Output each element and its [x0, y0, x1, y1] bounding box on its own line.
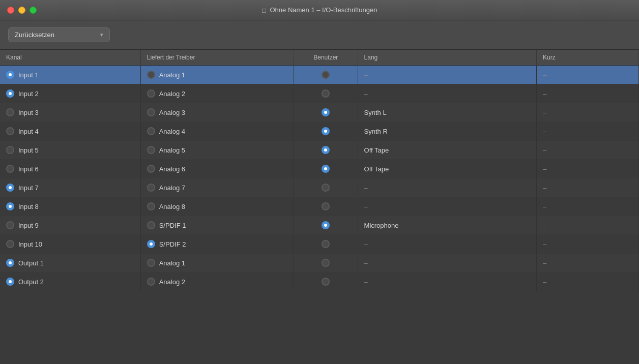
benutzer-radio[interactable]	[322, 165, 330, 173]
kanal-radio[interactable]	[6, 278, 14, 286]
kurz-cell: –	[537, 197, 639, 216]
liefert-radio[interactable]	[147, 240, 155, 248]
benutzer-radio[interactable]	[322, 108, 330, 116]
lang-value: Synth L	[364, 109, 387, 116]
kurz-cell: –	[537, 103, 639, 122]
benutzer-radio[interactable]	[322, 127, 330, 135]
table-row[interactable]: Input 3Analog 3Synth L–	[0, 103, 639, 122]
liefert-radio[interactable]	[147, 259, 155, 267]
table-row[interactable]: Input 6Analog 6Off Tape–	[0, 160, 639, 178]
col-header-kurz: Kurz	[537, 50, 639, 66]
col-header-lang: Lang	[358, 50, 537, 66]
liefert-cell: S/PDIF 1	[140, 216, 294, 235]
liefert-radio[interactable]	[147, 221, 155, 229]
toolbar: Zurücksetzen ▾	[0, 20, 639, 50]
benutzer-radio[interactable]	[322, 146, 330, 154]
kanal-cell: Input 10	[0, 235, 140, 254]
lang-value: –	[364, 259, 368, 267]
benutzer-radio[interactable]	[322, 240, 330, 248]
kanal-radio[interactable]	[6, 71, 14, 79]
col-header-liefert: Liefert der Treiber	[140, 50, 294, 66]
liefert-radio[interactable]	[147, 165, 155, 173]
liefert-radio[interactable]	[147, 202, 155, 210]
kanal-radio[interactable]	[6, 165, 14, 173]
kurz-cell: –	[537, 216, 639, 235]
kanal-cell: Input 7	[0, 178, 140, 197]
liefert-cell: Analog 7	[140, 178, 294, 197]
window-title-group: ◻ Ohne Namen 1 – I/O-Beschriftungen	[262, 6, 377, 14]
traffic-lights	[7, 7, 37, 14]
table-row[interactable]: Input 1Analog 1––	[0, 66, 639, 84]
liefert-radio[interactable]	[147, 278, 155, 286]
kanal-label: Input 3	[18, 109, 39, 116]
liefert-radio[interactable]	[147, 146, 155, 154]
close-button[interactable]	[7, 7, 14, 14]
kanal-cell: Input 1	[0, 66, 140, 84]
reset-dropdown[interactable]: Zurücksetzen ▾	[8, 27, 110, 42]
benutzer-radio[interactable]	[322, 89, 330, 98]
liefert-cell: S/PDIF 2	[140, 235, 294, 254]
liefert-radio[interactable]	[147, 108, 155, 116]
benutzer-cell	[294, 254, 358, 272]
benutzer-radio[interactable]	[322, 184, 330, 192]
kurz-cell: –	[537, 178, 639, 197]
liefert-radio[interactable]	[147, 89, 155, 98]
table-row[interactable]: Input 4Analog 4Synth R–	[0, 122, 639, 141]
lang-cell: Off Tape	[358, 160, 537, 178]
table-row[interactable]: Input 7Analog 7––	[0, 178, 639, 197]
minimize-button[interactable]	[18, 7, 25, 14]
table-row[interactable]: Output 2Analog 2––	[0, 272, 639, 291]
kanal-label: Output 2	[18, 278, 44, 286]
kurz-cell: –	[537, 141, 639, 160]
liefert-radio[interactable]	[147, 184, 155, 192]
kanal-radio[interactable]	[6, 89, 14, 98]
col-header-kanal: Kanal	[0, 50, 140, 66]
kanal-radio[interactable]	[6, 108, 14, 116]
kanal-label: Input 7	[18, 184, 39, 192]
kurz-value: –	[543, 259, 546, 267]
table-row[interactable]: Input 2Analog 2––	[0, 84, 639, 103]
kanal-radio[interactable]	[6, 221, 14, 229]
kanal-radio[interactable]	[6, 202, 14, 210]
table-row[interactable]: Output 1Analog 1––	[0, 254, 639, 272]
liefert-label: S/PDIF 2	[159, 240, 186, 248]
liefert-label: Analog 1	[159, 259, 185, 267]
liefert-label: S/PDIF 1	[159, 222, 186, 229]
kurz-value: –	[543, 278, 546, 286]
table-row[interactable]: Input 10S/PDIF 2––	[0, 235, 639, 254]
kurz-cell: –	[537, 84, 639, 103]
kanal-label: Input 5	[18, 146, 39, 154]
liefert-label: Analog 4	[159, 128, 185, 135]
table-row[interactable]: Input 9S/PDIF 1Microphone–	[0, 216, 639, 235]
lang-cell: –	[358, 254, 537, 272]
liefert-cell: Analog 4	[140, 122, 294, 141]
kanal-radio[interactable]	[6, 240, 14, 248]
benutzer-cell	[294, 141, 358, 160]
kanal-radio[interactable]	[6, 259, 14, 267]
benutzer-radio[interactable]	[322, 259, 330, 267]
benutzer-radio[interactable]	[322, 278, 330, 286]
table-row[interactable]: Input 8Analog 8––	[0, 197, 639, 216]
maximize-button[interactable]	[30, 7, 37, 14]
kurz-value: –	[543, 203, 546, 210]
benutzer-radio[interactable]	[322, 71, 330, 79]
liefert-radio[interactable]	[147, 71, 155, 79]
kanal-radio[interactable]	[6, 146, 14, 154]
kanal-radio[interactable]	[6, 184, 14, 192]
liefert-cell: Analog 6	[140, 160, 294, 178]
lang-cell: –	[358, 84, 537, 103]
table-row[interactable]: Input 5Analog 5Off Tape–	[0, 141, 639, 160]
lang-cell: –	[358, 66, 537, 84]
kurz-value: –	[543, 90, 546, 98]
liefert-radio[interactable]	[147, 127, 155, 135]
liefert-label: Analog 5	[159, 146, 185, 154]
benutzer-radio[interactable]	[322, 202, 330, 210]
liefert-label: Analog 1	[159, 71, 185, 79]
liefert-cell: Analog 2	[140, 84, 294, 103]
document-icon: ◻	[262, 7, 267, 14]
liefert-cell: Analog 8	[140, 197, 294, 216]
benutzer-radio[interactable]	[322, 221, 330, 229]
liefert-cell: Analog 1	[140, 66, 294, 84]
kurz-value: –	[543, 109, 546, 116]
kanal-radio[interactable]	[6, 127, 14, 135]
